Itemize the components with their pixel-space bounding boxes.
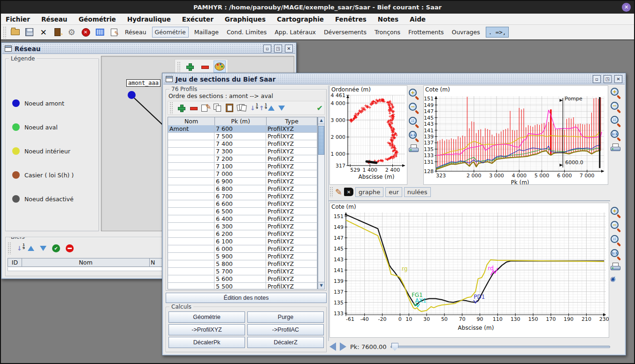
table-row[interactable]: 5 600ProfilXYZ <box>168 275 317 283</box>
close-icon[interactable]: ✕ <box>614 75 622 83</box>
scroll-down-icon[interactable]: ▼ <box>318 282 324 289</box>
tab-graphe[interactable]: graphe <box>355 187 383 197</box>
zoom-fit-icon[interactable]: ∷ <box>408 116 421 129</box>
table-row[interactable]: 6 000ProfilXYZ <box>168 245 317 253</box>
table-row[interactable]: 7 200ProfilXYZ <box>168 155 317 163</box>
close-icon[interactable]: ✕ <box>285 45 293 53</box>
zoom-in-icon[interactable]: + <box>610 87 622 99</box>
zoom-1-1-icon[interactable]: 1:1 <box>408 130 421 143</box>
menu-reseau[interactable]: Réseau <box>41 15 67 23</box>
move-up-icon[interactable] <box>28 246 34 251</box>
table-row[interactable]: 5 700ProfilXYZ <box>168 268 317 275</box>
maximize-icon[interactable]: ◳ <box>604 75 612 83</box>
eye-icon[interactable]: ◉̸ <box>610 274 622 283</box>
print-icon[interactable] <box>610 263 622 272</box>
biefs-toolbar-handle[interactable] <box>8 242 11 254</box>
reseau-window-titlebar[interactable]: Réseau ▫ ◳ ✕ <box>2 44 295 54</box>
menu-fichier[interactable]: Fichier <box>6 15 30 23</box>
zoom-1-1-icon[interactable]: 1:1 <box>610 129 622 142</box>
menu-geometrie[interactable]: Géométrie <box>78 15 116 23</box>
toolbar-button-reseau[interactable]: Réseau <box>122 27 149 37</box>
tab-nulees[interactable]: nulées <box>404 187 431 197</box>
sort-asc-icon[interactable]: ↑19 <box>259 105 264 112</box>
toolbar-button-maillage[interactable]: Maillage <box>192 27 221 37</box>
pk-slider-track[interactable] <box>390 346 610 348</box>
calc-decalerpk-button[interactable]: DécalerPk <box>168 337 245 348</box>
toolbar-drag-handle[interactable] <box>3 26 7 38</box>
move-down-icon[interactable] <box>278 106 285 111</box>
table-row[interactable]: 6 100ProfilXYZ <box>168 238 317 245</box>
sort-desc-icon[interactable]: ↓19 <box>17 245 22 252</box>
maximize-icon[interactable]: ◳ <box>274 45 282 53</box>
toolbar-button-troncons[interactable]: Tronçons <box>372 27 403 37</box>
table-row[interactable]: 7 400ProfilXYZ <box>168 140 317 148</box>
col-type[interactable]: Type <box>267 117 317 125</box>
menu-graphiques[interactable]: Graphiques <box>225 15 266 23</box>
scroll-up-icon[interactable]: ▲ <box>318 117 324 124</box>
validate-icon[interactable]: ✔ <box>317 104 323 113</box>
edition-notes-button[interactable]: Édition des notes <box>166 293 327 303</box>
toolbar-button-deversements[interactable]: Déversements <box>321 27 369 37</box>
tab-eur[interactable]: eur <box>385 187 402 197</box>
minimize-icon[interactable]: ▫ <box>263 45 271 53</box>
table-row[interactable]: 6 800ProfilXYZ <box>168 185 317 193</box>
col-nom[interactable]: Nom <box>168 117 215 125</box>
sections-window-titlebar[interactable]: Jeu de sections du Bief Saar ▫ ◳ ✕ <box>163 74 625 84</box>
os-titlebar[interactable]: PAMHYR : /home/parouby/MAGE/exemple_saar… <box>1 1 634 14</box>
table-row[interactable]: 6 300ProfilXYZ <box>168 223 317 230</box>
toolbar-button-geometrie[interactable]: Géométrie <box>152 27 189 38</box>
biefs-col-id[interactable]: ID <box>8 258 22 266</box>
menu-executer[interactable]: Exécuter <box>182 15 214 23</box>
menu-fenetres[interactable]: Fenêtres <box>335 15 367 23</box>
stop-icon[interactable]: ✕ <box>80 27 91 38</box>
menu-aide[interactable]: Aide <box>410 15 426 23</box>
close-window-button[interactable]: ✕ <box>622 3 631 12</box>
settings-gear-icon[interactable]: ⚙ <box>66 27 77 38</box>
pk-slider-handle[interactable] <box>391 343 398 351</box>
scrollbar-thumb[interactable] <box>318 126 324 155</box>
tabs-drag-handle[interactable] <box>329 187 333 197</box>
print-icon[interactable] <box>610 144 622 153</box>
table-row[interactable]: 5 800ProfilXYZ <box>168 260 317 268</box>
col-pk[interactable]: Pk (m) <box>215 117 267 125</box>
toolbar-button-expression[interactable]: . =>, <box>486 27 509 38</box>
close-x-icon[interactable]: ✕ <box>38 27 49 38</box>
table-row[interactable]: 6 900ProfilXYZ <box>168 178 317 185</box>
toolbar-button-app-lateraux[interactable]: App. Latéraux <box>272 27 318 37</box>
print-icon[interactable] <box>408 144 421 154</box>
sort-desc-icon[interactable]: ↓19 <box>250 105 255 112</box>
zoom-1-1-icon[interactable]: 1:1 <box>610 249 622 261</box>
notes-icon[interactable]: ✎ <box>108 27 119 38</box>
calc-decalerz-button[interactable]: DécalerZ <box>247 337 324 348</box>
profils-scrollbar[interactable]: ▲ ▼ <box>318 117 325 289</box>
detach-arrow-icon[interactable]: ✕ <box>344 188 353 196</box>
zoom-in-icon[interactable]: + <box>408 88 421 100</box>
validate-circle-icon[interactable]: ✔ <box>52 244 60 252</box>
calc-profilxyz-button[interactable]: ->ProfilXYZ <box>168 324 245 335</box>
zoom-out-icon[interactable]: − <box>610 220 622 233</box>
biefs-col-nom[interactable]: Nom <box>22 258 150 266</box>
move-down-icon[interactable] <box>40 246 46 251</box>
exit-door-icon[interactable]: › <box>52 27 63 38</box>
zoom-fit-icon[interactable]: ∷ <box>610 115 622 128</box>
table-row[interactable]: 7 500ProfilXYZ <box>168 133 317 140</box>
edit-icon[interactable]: ✎ <box>201 104 210 112</box>
pk-slider[interactable] <box>390 346 610 348</box>
table-row[interactable]: 6 700ProfilXYZ <box>168 193 317 200</box>
copy-icon[interactable] <box>214 104 222 112</box>
remove-icon[interactable] <box>189 104 198 112</box>
zoom-in-icon[interactable]: + <box>610 206 622 219</box>
calc-geometrie-button[interactable]: Géométrie <box>168 311 245 323</box>
zoom-out-icon[interactable]: − <box>610 101 622 114</box>
table-row[interactable]: 6 600ProfilXYZ <box>168 200 317 208</box>
table-row[interactable]: 6 500ProfilXYZ <box>168 208 317 215</box>
calc-purge-button[interactable]: Purge <box>247 311 324 323</box>
next-profile-icon[interactable] <box>340 342 346 351</box>
table-icon[interactable] <box>94 27 105 38</box>
menu-hydraulique[interactable]: Hydraulique <box>127 15 171 23</box>
menu-notes[interactable]: Notes <box>378 15 398 23</box>
remove-circle-icon[interactable] <box>66 244 74 252</box>
table-row[interactable]: 7 000ProfilXYZ <box>168 170 317 178</box>
profils-toolbar-handle[interactable] <box>169 102 173 114</box>
minimize-icon[interactable]: ▫ <box>593 75 601 83</box>
